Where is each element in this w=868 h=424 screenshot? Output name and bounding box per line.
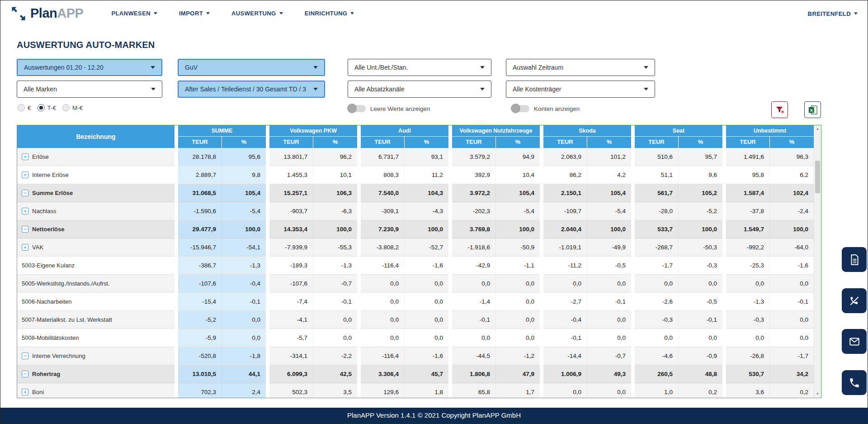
col-group-volkswagen-pkw[interactable]: Volkswagen PKWTEUR% (269, 125, 357, 148)
column-gap (722, 275, 726, 293)
excel-export-button[interactable]: X (804, 101, 821, 118)
value-cell: 0,0 (587, 311, 631, 329)
email-action-button[interactable] (842, 329, 867, 354)
value-cell: 3.769,8 (452, 220, 496, 238)
column-gap (175, 166, 178, 184)
menu-label: PLANWESEN (111, 10, 151, 17)
col-group-audi[interactable]: AudiTEUR% (361, 125, 448, 148)
col-group-skoda[interactable]: SkodaTEUR% (543, 125, 631, 148)
dropdown-zeitraum[interactable]: Auswahl Zeitraum (506, 59, 655, 76)
radio-label: M-€ (72, 105, 83, 111)
col-subheader-volkswagen-pkw-teur[interactable]: TEUR (269, 137, 313, 148)
value-cell: 101,2 (587, 148, 631, 166)
col-header-bezeichnung[interactable]: Bezeichnung (17, 125, 175, 148)
radio-m-euro[interactable]: M-€ (62, 104, 83, 111)
value-cell: -7.939,9 (269, 238, 313, 257)
menu-einrichtung[interactable]: EINRICHTUNG (305, 10, 354, 17)
col-subheader-unbestimmt--[interactable]: % (770, 137, 814, 148)
expand-minus-icon[interactable]: − (22, 353, 28, 359)
dropdown-absatzkanaele[interactable]: Alle Absatzkanäle (348, 81, 491, 98)
col-subheader-audi-teur[interactable]: TEUR (361, 137, 405, 148)
menu-auswertung[interactable]: AUSWERTUNG (231, 10, 283, 17)
col-subheader-summe-teur[interactable]: TEUR (178, 137, 222, 148)
col-subheader-skoda--[interactable]: % (587, 137, 631, 148)
dropdown-value: Alle Kostenträger (513, 86, 561, 93)
dropdown-unt-bet-stan[interactable]: Alle Unt./Bet./Stan. (348, 59, 491, 76)
col-subheader-volkswagen-nutzfahrzeuge--[interactable]: % (496, 137, 540, 148)
scroll-down-arrow-icon[interactable]: ▼ (814, 391, 821, 397)
dropdown-marken[interactable]: Alle Marken (17, 81, 162, 98)
chevron-down-icon (154, 12, 157, 14)
column-gap (448, 148, 452, 166)
radio-euro[interactable]: € (18, 104, 31, 111)
col-subheader-skoda-teur[interactable]: TEUR (543, 137, 587, 148)
dropdown-guv[interactable]: GuV (178, 59, 325, 76)
document-action-button[interactable] (842, 247, 867, 272)
col-subheader-volkswagen-nutzfahrzeuge-teur[interactable]: TEUR (452, 137, 496, 148)
value-cell: -309,1 (361, 202, 405, 220)
col-subheader-volkswagen-pkw--[interactable]: % (313, 137, 357, 148)
phone-icon (849, 377, 860, 389)
column-gap (357, 311, 361, 329)
value-cell: -1.918,6 (452, 238, 496, 257)
value-cell: 2.150,1 (543, 184, 587, 202)
scroll-up-arrow-icon[interactable]: ▲ (814, 126, 821, 132)
expand-plus-icon[interactable]: + (22, 208, 28, 214)
value-cell: 6,2 (770, 166, 814, 184)
column-gap (175, 257, 178, 275)
expand-plus-icon[interactable]: + (22, 153, 28, 160)
scrollbar-thumb[interactable] (815, 161, 820, 193)
expand-plus-icon[interactable]: + (22, 389, 28, 395)
user-menu[interactable]: BREITENFELD (808, 10, 858, 17)
column-gap (266, 257, 269, 275)
col-subheader-summe--[interactable]: % (222, 137, 266, 148)
col-group-seat[interactable]: SeatTEUR% (635, 125, 722, 148)
table-row: +Nachlass-1.590,6-5,4-903,7-6,3-309,1-4,… (17, 202, 814, 220)
toggle-switch[interactable] (348, 105, 366, 112)
toggle-konten: Konten anzeigen (511, 105, 580, 112)
menu-planwesen[interactable]: PLANWESEN (111, 10, 157, 17)
clear-filter-button[interactable] (771, 101, 788, 118)
value-cell: 105,2 (679, 184, 722, 202)
value-cell: 31.068,5 (178, 184, 222, 202)
value-cell: -55,3 (313, 238, 357, 257)
col-subheader-unbestimmt-teur[interactable]: TEUR (726, 137, 770, 148)
dropdown-auswertungen[interactable]: Auswertungen 01.20 - 12.20 (17, 59, 162, 76)
value-cell: 0,0 (679, 275, 722, 293)
value-cell: 0,0 (222, 311, 266, 329)
table-row: +VAK-15.946,7-54,1-7.939,9-55,3-3.808,2-… (17, 238, 814, 257)
phone-slash-action-button[interactable] (842, 288, 867, 313)
expand-minus-icon[interactable]: − (22, 226, 28, 233)
column-gap (540, 184, 543, 202)
col-group-unbestimmt[interactable]: UnbestimmtTEUR% (726, 125, 814, 148)
phone-action-button[interactable] (842, 370, 867, 395)
col-subheader-audi--[interactable]: % (405, 137, 448, 148)
toggle-knob-icon (511, 104, 520, 113)
menu-import[interactable]: IMPORT (179, 10, 210, 17)
expand-minus-icon[interactable]: − (22, 371, 28, 377)
col-group-volkswagen-nutzfahrzeuge[interactable]: Volkswagen NutzfahrzeugeTEUR% (452, 125, 540, 148)
col-group-label: Volkswagen PKW (269, 125, 357, 137)
dropdown-aftersales[interactable]: After Sales / Teiledienst / 30 Gesamt TD… (178, 81, 325, 98)
column-gap (722, 293, 726, 311)
expand-minus-icon[interactable]: − (22, 190, 28, 196)
toggle-switch[interactable] (511, 105, 529, 112)
value-cell: 29.477,9 (178, 220, 222, 238)
planapp-logo[interactable]: PlanAPP (10, 5, 83, 22)
row-label-cell: 5007-Materialkst. zu Lst. Werkstatt (17, 311, 175, 329)
column-gap (175, 220, 178, 238)
col-subheader-seat--[interactable]: % (679, 137, 722, 148)
radio-selected-icon (38, 104, 45, 111)
col-subheader-seat-teur[interactable]: TEUR (635, 137, 679, 148)
value-cell: 3.972,2 (452, 184, 496, 202)
col-group-summe[interactable]: SUMMETEUR% (178, 125, 266, 148)
expand-plus-icon[interactable]: + (22, 244, 28, 251)
radio-t-euro[interactable]: T-€ (38, 104, 57, 111)
value-cell: 1,8 (405, 383, 448, 398)
column-gap (631, 383, 635, 398)
expand-plus-icon[interactable]: + (22, 172, 28, 178)
toggle-label: Konten anzeigen (534, 105, 580, 112)
vertical-scrollbar[interactable]: ▲ ▼ (814, 125, 821, 398)
dropdown-kostentraeger[interactable]: Alle Kostenträger (506, 81, 655, 98)
value-cell: 1,0 (635, 383, 679, 398)
